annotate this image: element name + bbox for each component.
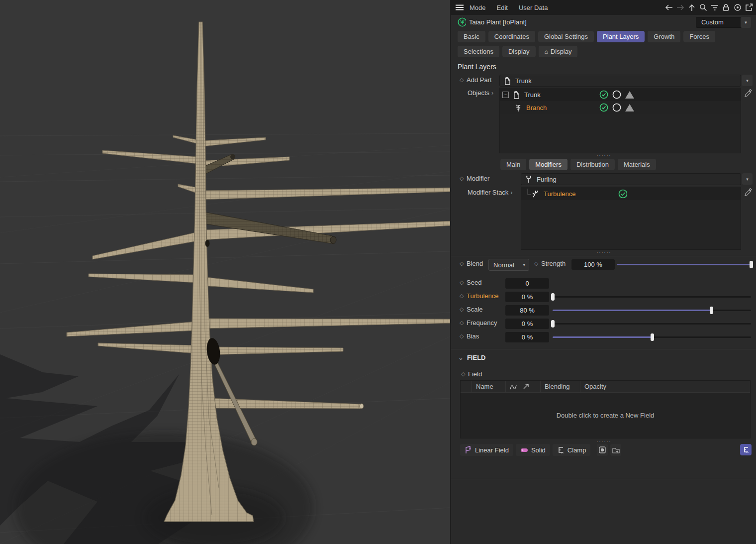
turbulence-slider[interactable] xyxy=(553,292,751,302)
clamp-button[interactable]: Clamp xyxy=(553,444,591,456)
turbulence-value-field[interactable]: 0 % xyxy=(505,292,549,302)
objects-list[interactable]: − Trunk xyxy=(499,88,741,153)
enabled-check-icon[interactable] xyxy=(618,190,627,198)
panel-resize-handle[interactable]: ······ xyxy=(451,251,756,254)
bias-row: ◇ Bias xyxy=(460,332,479,340)
search-icon[interactable] xyxy=(699,3,707,12)
subtab-modifiers[interactable]: Modifiers xyxy=(529,159,567,170)
bias-slider[interactable] xyxy=(553,332,751,342)
objects-label-row[interactable]: Objects › xyxy=(468,89,493,97)
curve-icon xyxy=(510,383,519,390)
up-arrow-icon[interactable] xyxy=(687,3,696,12)
slider-handle[interactable] xyxy=(551,293,555,301)
strength-value-field[interactable]: 100 % xyxy=(571,259,615,270)
external-link-icon[interactable] xyxy=(745,3,753,12)
tab-global-settings[interactable]: Global Settings xyxy=(538,31,594,42)
seed-label: Seed xyxy=(467,279,481,286)
tab-growth[interactable]: Growth xyxy=(648,31,680,42)
tab-plant-layers[interactable]: Plant Layers xyxy=(597,31,645,42)
slider-handle[interactable] xyxy=(551,320,555,327)
modifier-stack-label-row[interactable]: Modifier Stack › xyxy=(468,189,512,196)
object-name[interactable]: Branch xyxy=(526,104,547,111)
slider-handle[interactable] xyxy=(750,261,753,268)
pick-modifier-eyedropper-icon[interactable] xyxy=(744,188,752,197)
subtab-main[interactable]: Main xyxy=(500,159,526,170)
add-part-dropdown[interactable]: Trunk xyxy=(499,75,741,87)
frequency-value-field[interactable]: 0 % xyxy=(505,319,549,329)
menu-user-data[interactable]: User Data xyxy=(519,4,548,11)
subtab-row: Main Modifiers Distribution Materials xyxy=(500,159,656,170)
back-arrow-icon[interactable] xyxy=(664,3,673,12)
tab-basic[interactable]: Basic xyxy=(458,31,485,42)
lock-icon[interactable] xyxy=(722,3,730,12)
object-name[interactable]: Trunk xyxy=(524,91,541,99)
strength-slider[interactable] xyxy=(617,259,751,270)
menu-edit[interactable]: Edit xyxy=(497,4,508,11)
filter-icon[interactable] xyxy=(710,3,719,12)
blend-mode-dropdown[interactable]: Normal ▾ xyxy=(488,259,529,271)
enabled-check-icon[interactable] xyxy=(599,104,608,112)
field-table-empty-area[interactable]: Double click to create a New Field xyxy=(461,393,750,438)
radial-falloff-button[interactable] xyxy=(597,444,608,456)
add-part-value: Trunk xyxy=(515,77,532,85)
visibility-circle-icon[interactable] xyxy=(612,104,621,112)
tab-coordinates[interactable]: Coordinates xyxy=(488,31,535,42)
subtab-distribution[interactable]: Distribution xyxy=(570,159,615,170)
collapse-expander-icon[interactable]: − xyxy=(502,92,509,98)
modifier-stack-list[interactable]: Turbulence xyxy=(521,187,741,250)
field-table[interactable]: Name Blending Opacity Double click to cr… xyxy=(460,380,751,438)
linear-field-button[interactable]: Linear Field xyxy=(460,444,513,456)
modifier-name[interactable]: Turbulence xyxy=(544,190,576,198)
tab-selections[interactable]: Selections xyxy=(458,46,499,57)
scale-slider[interactable] xyxy=(553,305,751,316)
add-part-dropdown-arrow[interactable]: ▾ xyxy=(742,75,753,86)
triangle-icon[interactable] xyxy=(625,104,634,111)
visibility-circle-icon[interactable] xyxy=(612,91,621,99)
modifier-row-turbulence[interactable]: Turbulence xyxy=(521,187,741,200)
scale-value-field[interactable]: 80 % xyxy=(505,305,549,316)
add-part-row: ◇ Add Part xyxy=(460,76,492,84)
bias-value-field[interactable]: 0 % xyxy=(505,332,549,342)
menu-mode[interactable]: Mode xyxy=(470,4,486,11)
plant-object-icon xyxy=(458,18,466,26)
attribute-manager-panel: Mode Edit User Data xyxy=(450,0,756,544)
panel-resize-handle[interactable]: ······ xyxy=(451,154,756,157)
panel-resize-handle[interactable]: ······ xyxy=(451,440,756,443)
target-icon[interactable] xyxy=(733,3,742,12)
object-row-branch[interactable]: Branch xyxy=(500,101,741,114)
subtab-materials[interactable]: Materials xyxy=(618,159,656,170)
forward-arrow-icon[interactable] xyxy=(676,3,684,12)
linear-field-icon xyxy=(465,446,472,454)
modifier-dropdown-arrow[interactable]: ▾ xyxy=(742,173,753,185)
house-icon: ⌂ xyxy=(545,48,548,55)
object-row-trunk[interactable]: − Trunk xyxy=(500,88,741,101)
3d-viewport[interactable] xyxy=(0,0,450,544)
diamond-icon: ◇ xyxy=(460,279,467,286)
new-folder-button[interactable] xyxy=(610,444,621,456)
slider-handle[interactable] xyxy=(710,307,713,314)
hamburger-menu-icon[interactable] xyxy=(455,3,464,12)
tab-display-shading[interactable]: ⌂Display xyxy=(539,46,578,57)
modifier-dropdown[interactable]: Furling xyxy=(521,173,741,185)
diamond-icon: ◇ xyxy=(461,371,468,377)
frequency-label: Frequency xyxy=(467,319,497,326)
tab-display[interactable]: Display xyxy=(502,46,536,57)
frequency-slider[interactable] xyxy=(553,319,751,329)
seed-value-field[interactable]: 0 xyxy=(505,278,549,289)
branch-object-icon xyxy=(514,104,522,112)
diamond-icon: ◇ xyxy=(460,293,467,299)
attribute-menu-bar: Mode Edit User Data xyxy=(451,0,756,15)
field-section-header[interactable]: ⌄FIELD xyxy=(458,354,485,361)
tab-forces[interactable]: Forces xyxy=(683,31,715,42)
section-heading: Plant Layers xyxy=(458,63,496,71)
enabled-check-icon[interactable] xyxy=(599,91,608,99)
preset-dropdown-arrow[interactable]: ▾ xyxy=(741,17,751,28)
preset-dropdown[interactable]: Custom xyxy=(696,17,745,28)
tab-row-2: Selections Display ⌂Display xyxy=(458,46,577,57)
slider-handle[interactable] xyxy=(651,333,654,341)
triangle-icon[interactable] xyxy=(625,91,634,99)
clamp-mode-toggle-button[interactable] xyxy=(740,444,752,455)
solid-button[interactable]: Solid xyxy=(516,444,550,456)
collapse-chevron-icon: ⌄ xyxy=(458,354,464,361)
pick-object-eyedropper-icon[interactable] xyxy=(744,89,752,98)
